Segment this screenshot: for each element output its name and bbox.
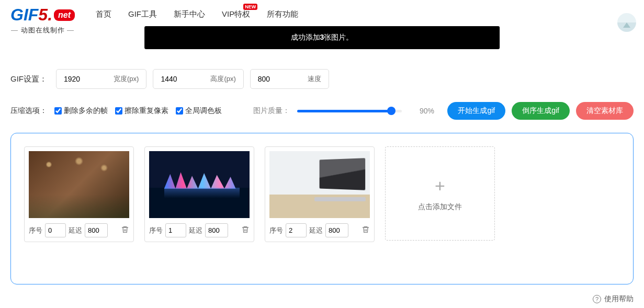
frame-card-0: 序号 延迟 bbox=[24, 146, 134, 242]
logo[interactable]: GIF 5. net 动图在线制作 bbox=[10, 5, 75, 35]
clear-library-button[interactable]: 清空素材库 bbox=[576, 102, 634, 120]
delay-label: 延迟 bbox=[189, 226, 202, 235]
seq-label: 序号 bbox=[29, 226, 42, 235]
logo-text-5: 5. bbox=[38, 5, 52, 25]
delay-label: 延迟 bbox=[309, 226, 323, 235]
logo-subtitle: 动图在线制作 bbox=[11, 26, 74, 35]
plus-icon: + bbox=[435, 176, 445, 196]
width-unit: 宽度(px) bbox=[114, 74, 139, 84]
frame-thumbnail-2[interactable] bbox=[269, 151, 370, 218]
trash-icon bbox=[241, 225, 250, 234]
help-link[interactable]: ? 使用帮助 bbox=[593, 294, 634, 304]
speed-input[interactable] bbox=[258, 75, 308, 83]
help-icon: ? bbox=[593, 295, 601, 303]
delete-frame-1[interactable] bbox=[241, 225, 250, 235]
nav-home[interactable]: 首页 bbox=[96, 9, 111, 19]
frame-thumbnail-1[interactable] bbox=[149, 151, 250, 218]
nav-gif-tools[interactable]: GIF工具 bbox=[128, 9, 157, 19]
quality-slider[interactable] bbox=[297, 110, 402, 112]
width-input-group: 宽度(px) bbox=[56, 69, 146, 89]
seq-label: 序号 bbox=[149, 226, 163, 235]
frame-card-1: 序号 延迟 bbox=[144, 146, 254, 242]
delay-label: 延迟 bbox=[69, 226, 82, 235]
speed-unit: 速度 bbox=[308, 74, 321, 84]
cb-global-palette-input[interactable] bbox=[176, 107, 183, 115]
seq-input-1[interactable] bbox=[165, 223, 186, 237]
frame-card-2: 序号 延迟 bbox=[265, 146, 375, 242]
delay-input-0[interactable] bbox=[85, 223, 108, 237]
toast-message: 成功添加3张图片。 bbox=[144, 26, 500, 49]
height-unit: 高度(px) bbox=[210, 74, 235, 84]
logo-text-gif: GIF bbox=[10, 5, 38, 25]
frame-thumbnail-0[interactable] bbox=[29, 151, 129, 218]
avatar[interactable] bbox=[617, 13, 636, 32]
cb-remove-frames-input[interactable] bbox=[54, 107, 62, 115]
gif-settings-label: GIF设置： bbox=[10, 74, 47, 84]
quality-label: 图片质量： bbox=[253, 106, 290, 116]
delete-frame-2[interactable] bbox=[361, 225, 370, 235]
add-file-card[interactable]: + 点击添加文件 bbox=[385, 146, 495, 241]
delay-input-2[interactable] bbox=[325, 223, 348, 237]
cb-remove-frames[interactable]: 删除多余的帧 bbox=[54, 106, 108, 116]
start-generate-button[interactable]: 开始生成gif bbox=[447, 102, 505, 120]
trash-icon bbox=[121, 225, 129, 234]
help-text: 使用帮助 bbox=[604, 294, 634, 304]
nav-vip-label: VIP特权 bbox=[222, 9, 250, 18]
speed-input-group: 速度 bbox=[250, 69, 329, 89]
cb-erase-pixels[interactable]: 擦除重复像素 bbox=[115, 106, 168, 116]
logo-badge-net: net bbox=[54, 9, 75, 21]
delay-input-1[interactable] bbox=[205, 223, 228, 237]
cb-global-palette[interactable]: 全局调色板 bbox=[176, 106, 222, 116]
nav-all[interactable]: 所有功能 bbox=[267, 9, 298, 19]
cb-erase-pixels-input[interactable] bbox=[115, 107, 122, 115]
quality-slider-fill bbox=[297, 110, 391, 112]
seq-input-2[interactable] bbox=[286, 223, 307, 237]
height-input-group: 高度(px) bbox=[153, 69, 243, 89]
width-input[interactable] bbox=[64, 75, 114, 83]
new-badge: NEW bbox=[243, 4, 257, 10]
seq-label: 序号 bbox=[269, 226, 283, 235]
nav-newbie[interactable]: 新手中心 bbox=[174, 9, 205, 19]
quality-value: 90% bbox=[420, 107, 434, 115]
seq-input-0[interactable] bbox=[45, 223, 66, 237]
reverse-generate-button[interactable]: 倒序生成gif bbox=[512, 102, 570, 120]
gallery-panel: 序号 延迟 序号 延迟 bbox=[10, 133, 634, 284]
compress-options-label: 压缩选项： bbox=[10, 106, 47, 116]
height-input[interactable] bbox=[161, 75, 210, 83]
quality-slider-thumb[interactable] bbox=[387, 107, 396, 115]
trash-icon bbox=[361, 225, 370, 234]
delete-frame-0[interactable] bbox=[121, 225, 129, 235]
nav-vip[interactable]: VIP特权 NEW bbox=[222, 9, 250, 19]
add-file-text: 点击添加文件 bbox=[418, 202, 462, 212]
